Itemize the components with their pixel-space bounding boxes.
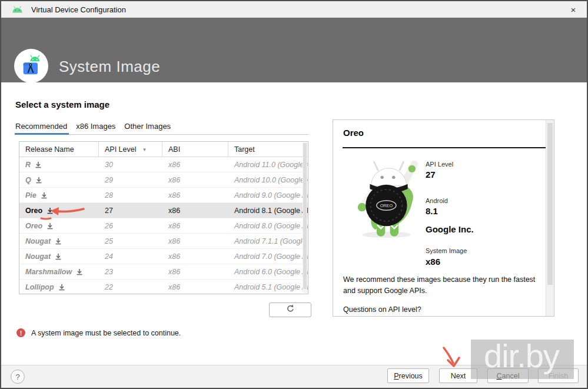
- validation-error: ! A system image must be selected to con…: [16, 328, 181, 337]
- download-icon[interactable]: [41, 192, 48, 199]
- active-tab-indicator: [15, 133, 69, 135]
- table-row-nougat-25[interactable]: Nougat 25 x86 Android 7.1.1 (Google A: [19, 234, 308, 249]
- vendor-value: Google Inc.: [426, 224, 474, 234]
- col-abi[interactable]: ABI: [162, 142, 228, 157]
- refresh-button[interactable]: [269, 302, 311, 317]
- android-studio-logo: [14, 49, 48, 83]
- error-message: A system image must be selected to conti…: [31, 329, 181, 337]
- page-title: System Image: [59, 58, 160, 76]
- table-header-row: Release Name API Level▼ ABI Target: [19, 142, 308, 157]
- system-image-label: System Image: [426, 247, 467, 254]
- system-image-table: Release Name API Level▼ ABI Target R 30 …: [19, 141, 308, 294]
- previous-button[interactable]: Previous: [387, 368, 429, 383]
- cancel-button[interactable]: Cancel: [487, 368, 529, 383]
- android-version-value: 8.1: [426, 206, 438, 216]
- window-title: Virtual Device Configuration: [31, 5, 126, 14]
- android-head-icon: [12, 6, 23, 13]
- download-icon[interactable]: [35, 177, 42, 184]
- virtual-device-configuration-dialog: Virtual Device Configuration × System Im…: [0, 0, 588, 389]
- panel-divider: [343, 147, 546, 148]
- table-row-q-29[interactable]: Q 29 x86 Android 10.0 (Google AP: [19, 172, 308, 188]
- details-panel: Oreo: [333, 119, 554, 317]
- table-scrollbar-thumb[interactable]: [303, 143, 307, 289]
- content-area: Select a system image Recommended x86 Im…: [1, 82, 587, 365]
- table-scrollbar[interactable]: [303, 142, 307, 293]
- close-icon[interactable]: ×: [560, 1, 587, 18]
- android-version-label: Android: [426, 197, 448, 204]
- api-level-label: API Level: [426, 161, 453, 168]
- table-row-r-30[interactable]: R 30 x86 Android 11.0 (Google AP: [19, 157, 308, 172]
- panel-scrollbar-thumb[interactable]: [547, 123, 553, 285]
- table-body: R 30 x86 Android 11.0 (Google AP Q 29 x8…: [19, 157, 308, 294]
- table-row-nougat-24[interactable]: Nougat 24 x86 Android 7.0 (Google API: [19, 249, 308, 264]
- col-target[interactable]: Target: [228, 142, 308, 157]
- col-release-name[interactable]: Release Name: [19, 142, 99, 157]
- recommendation-text: We recommend these images because they r…: [343, 274, 541, 297]
- api-level-question-link[interactable]: Questions on API level?: [343, 305, 421, 314]
- download-icon[interactable]: [35, 161, 42, 168]
- sort-descending-icon: ▼: [142, 147, 147, 152]
- table-row-lollipop-22[interactable]: Lollipop 22 x86 Android 5.1 (Google API: [19, 280, 308, 294]
- section-heading: Select a system image: [15, 99, 109, 109]
- download-icon[interactable]: [55, 238, 62, 245]
- panel-scrollbar[interactable]: [546, 120, 554, 316]
- tab-x86-images[interactable]: x86 Images: [76, 122, 115, 135]
- download-icon[interactable]: [58, 284, 65, 291]
- help-icon[interactable]: ?: [11, 370, 25, 384]
- error-icon: !: [16, 328, 25, 337]
- download-icon[interactable]: [55, 253, 62, 260]
- system-image-value: x86: [426, 257, 440, 267]
- next-button[interactable]: Next: [439, 368, 477, 383]
- finish-button: Finish: [538, 368, 579, 383]
- download-icon[interactable]: [46, 207, 54, 214]
- col-api-level[interactable]: API Level▼: [99, 142, 162, 157]
- tab-other-images[interactable]: Other Images: [124, 122, 171, 135]
- download-icon[interactable]: [46, 222, 54, 230]
- download-icon[interactable]: [76, 268, 83, 275]
- api-level-value: 27: [426, 169, 436, 179]
- svg-text:OREO: OREO: [380, 203, 393, 208]
- selected-release-name: Oreo: [343, 128, 364, 138]
- table-row-pie-28[interactable]: Pie 28 x86 Android 9.0 (Google API: [19, 188, 308, 203]
- oreo-mascot-image: OREO: [348, 154, 428, 242]
- titlebar: Virtual Device Configuration ×: [1, 1, 587, 18]
- table-row-oreo-27-selected[interactable]: Oreo 27 x86 Android 8.1 (Google AP: [19, 203, 308, 218]
- table-row-marshmallow-23[interactable]: Marshmallow 23 x86 Android 6.0 (Google A…: [19, 264, 308, 280]
- table-row-oreo-26[interactable]: Oreo 26 x86 Android 8.0 (Google API: [19, 218, 308, 234]
- refresh-icon: [286, 304, 295, 315]
- wizard-header: System Image: [1, 18, 587, 82]
